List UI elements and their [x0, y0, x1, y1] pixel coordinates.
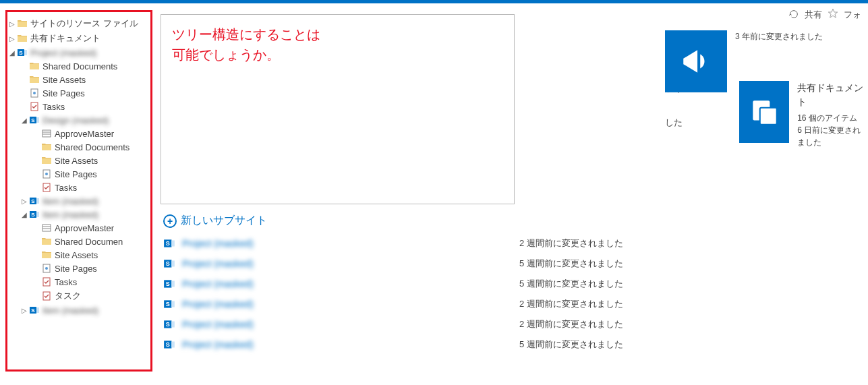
tree-item[interactable]: ApproveMaster [33, 127, 148, 140]
tree-item[interactable]: Shared Documen [33, 235, 148, 248]
folder-icon [41, 249, 52, 260]
tile-count: 16 個のアイテム [797, 112, 868, 124]
tree-item[interactable]: ApproveMaster [33, 221, 148, 235]
tree-item-label: Tasks [55, 183, 77, 193]
sharepoint-icon: S [163, 237, 175, 249]
subsite-name: Project (masked) [182, 339, 519, 350]
tile-title: 共有ドキュメント [797, 81, 868, 109]
expander-placeholder [33, 293, 40, 299]
subsite-name: Project (masked) [182, 299, 519, 309]
tree-item[interactable]: Tasks [33, 181, 148, 194]
svg-rect-33 [760, 108, 777, 125]
sharepoint-icon: S [163, 258, 175, 270]
expander-placeholder [33, 265, 40, 272]
documents-tile[interactable] [739, 81, 789, 143]
page-icon [41, 263, 52, 274]
new-subsite-link[interactable]: + 新しいサブサイト [163, 214, 855, 228]
tree-item-label: Item (masked) [42, 305, 98, 316]
task-icon [41, 276, 52, 287]
chevron-down-icon[interactable]: ◢ [21, 117, 28, 123]
tree-item[interactable]: ◢SItem (masked) [21, 208, 148, 221]
chevron-down-icon[interactable]: ◢ [21, 211, 28, 218]
svg-point-26 [45, 267, 48, 270]
tree-item[interactable]: Shared Documents [21, 59, 148, 73]
svg-rect-9 [36, 117, 39, 123]
expander-placeholder [33, 251, 40, 258]
tree-item-label: Shared Documents [55, 142, 129, 152]
sharepoint-icon: S [29, 305, 40, 316]
tree-item[interactable]: Tasks [33, 275, 148, 289]
expander-placeholder [33, 278, 40, 285]
svg-text:S: S [166, 301, 170, 307]
tree-sidebar: ▷サイトのリソース ファイル▷共有ドキュメント◢SProject (masked… [5, 10, 152, 372]
tile-modified: 3 年前に変更されました [735, 30, 823, 42]
subsite-row[interactable]: SProject (masked)2 週間前に変更されました [163, 294, 855, 314]
svg-text:S: S [166, 280, 170, 287]
sharepoint-icon: S [29, 115, 40, 125]
svg-text:S: S [166, 321, 170, 328]
svg-rect-3 [24, 50, 27, 55]
svg-rect-22 [42, 225, 51, 231]
expander-placeholder [33, 225, 40, 231]
partial-text: した [665, 117, 683, 129]
tree-item[interactable]: Site Assets [33, 248, 148, 262]
expander-placeholder [33, 171, 40, 177]
subsite-list: SProject (masked)2 週間前に変更されましたSProject (… [163, 233, 855, 355]
subsite-modified: 5 週間前に変更されました [519, 278, 623, 290]
tree-item[interactable]: タスク [33, 289, 148, 303]
subsite-modified: 2 週間前に変更されました [519, 298, 623, 310]
tree-item[interactable]: ▷SItem (masked) [21, 303, 148, 317]
tree-item[interactable]: Site Pages [33, 167, 148, 181]
annotation-text-1: ツリー構造にすることは [172, 24, 503, 45]
svg-text:S: S [31, 117, 35, 123]
main-content: ツリー構造にすることは 可能でしょうか。 ました ァイル した 3 年前に変更さ… [152, 3, 868, 385]
svg-text:S: S [31, 198, 35, 204]
list-icon [41, 128, 52, 139]
subsite-modified: 5 週間前に変更されました [519, 338, 623, 351]
documents-icon [747, 95, 781, 129]
tree-item[interactable]: Tasks [21, 100, 148, 113]
task-icon [41, 291, 52, 301]
announcement-tile[interactable] [665, 30, 727, 92]
folder-icon [17, 18, 28, 29]
chevron-right-icon[interactable]: ▷ [21, 307, 28, 314]
svg-rect-36 [171, 241, 175, 247]
tree-item-label: Site Pages [42, 88, 85, 98]
subsite-row[interactable]: SProject (masked)2 週間前に変更されました [163, 233, 855, 254]
svg-rect-48 [171, 322, 175, 328]
tree-item[interactable]: ◢SProject (masked) [9, 46, 148, 59]
tree-item-label: Site Assets [42, 75, 86, 85]
tile-row-2: 共有ドキュメント 16 個のアイテム 6 日前に変更されました [739, 81, 868, 148]
chevron-right-icon[interactable]: ▷ [21, 198, 28, 204]
svg-rect-10 [42, 130, 51, 137]
task-icon [29, 101, 40, 112]
svg-text:S: S [166, 341, 170, 348]
subsite-modified: 2 週間前に変更されました [519, 318, 623, 330]
tree-item[interactable]: Shared Documents [33, 140, 148, 154]
subsite-row[interactable]: SProject (masked)2 週間前に変更されました [163, 314, 855, 334]
tree-item[interactable]: Site Assets [21, 73, 148, 86]
svg-text:S: S [31, 307, 35, 314]
chevron-right-icon[interactable]: ▷ [9, 20, 16, 27]
chevron-right-icon[interactable]: ▷ [9, 35, 16, 42]
tree-item[interactable]: Site Pages [21, 86, 148, 100]
tree-item[interactable]: ◢SDesign (masked) [21, 113, 148, 127]
svg-rect-18 [36, 198, 39, 204]
tree-item[interactable]: ▷SItem (masked) [21, 194, 148, 208]
subsite-row[interactable]: SProject (masked)5 週間前に変更されました [163, 334, 855, 355]
tree-item-label: Design (masked) [42, 115, 109, 125]
tree-item[interactable]: ▷サイトのリソース ファイル [9, 16, 148, 31]
svg-text:S: S [166, 240, 170, 247]
subsite-row[interactable]: SProject (masked)5 週間前に変更されました [163, 254, 855, 274]
tree-item[interactable]: Site Assets [33, 154, 148, 167]
tree-item-label: Site Pages [55, 169, 97, 179]
svg-rect-21 [36, 212, 39, 217]
expander-placeholder [33, 238, 40, 245]
tree-item-label: Shared Documen [55, 237, 123, 247]
subsite-row[interactable]: SProject (masked)5 週間前に変更されました [163, 274, 855, 294]
tree-item[interactable]: Site Pages [33, 262, 148, 275]
chevron-down-icon[interactable]: ◢ [9, 49, 16, 56]
subsite-name: Project (masked) [182, 319, 519, 330]
tree-item[interactable]: ▷共有ドキュメント [9, 31, 148, 46]
svg-rect-39 [171, 261, 175, 267]
